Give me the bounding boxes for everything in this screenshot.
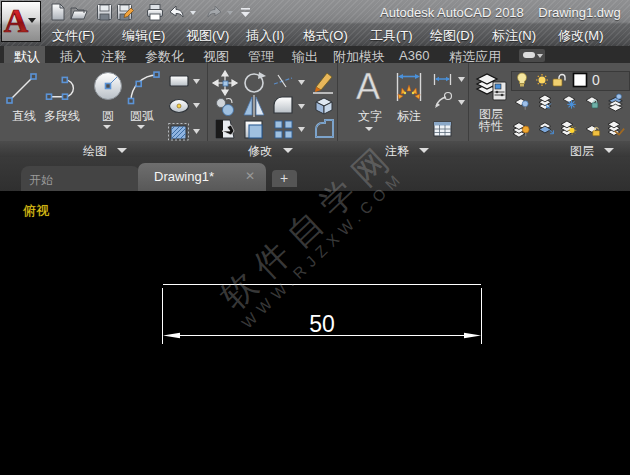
svg-text:A: A <box>356 66 380 107</box>
svg-text:50: 50 <box>309 311 335 337</box>
svg-text:A: A <box>4 2 29 39</box>
svg-text:0: 0 <box>592 72 600 88</box>
